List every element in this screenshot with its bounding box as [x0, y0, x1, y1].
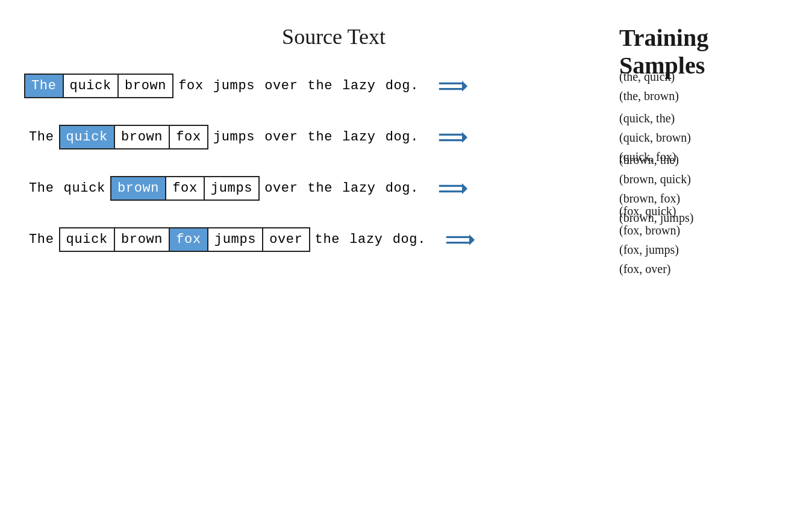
word-plain: lazy	[337, 75, 380, 97]
word-context: fox	[166, 177, 205, 200]
box-group-2: quickbrownfox	[59, 125, 208, 149]
source-title: Source Text	[60, 24, 607, 49]
left-section: Source Text Thequickbrownfoxjumpsoverthe…	[24, 18, 607, 510]
word-plain: the	[303, 75, 338, 97]
source-row-1: Thequickbrownfoxjumpsoverthelazydog.	[24, 74, 607, 98]
word-plain: the	[310, 228, 345, 251]
word-plain: dog.	[381, 177, 423, 200]
word-context: brown	[119, 75, 172, 97]
word-center: quick	[60, 126, 115, 148]
word-plain: quick	[59, 177, 110, 200]
word-plain: over	[260, 75, 302, 97]
sentence-area-3: Thequickbrownfoxjumpsoverthelazydog.	[24, 176, 423, 201]
page-layout: Source Text Thequickbrownfoxjumpsoverthe…	[24, 18, 788, 510]
word-plain: over	[260, 177, 302, 200]
sample-pair: (brown, the)	[619, 150, 788, 169]
word-context: over	[263, 228, 308, 251]
word-center: fox	[170, 228, 208, 251]
svg-marker-5	[462, 131, 467, 142]
arrow-icon	[438, 180, 468, 197]
word-context: fox	[170, 126, 207, 148]
arrow-icon	[445, 231, 475, 248]
sample-pair: (fox, jumps)	[619, 240, 788, 259]
word-center: brown	[111, 177, 166, 200]
source-row-4: Thequickbrownfoxjumpsoverthelazydog.	[24, 227, 607, 252]
sentence-area-2: Thequickbrownfoxjumpsoverthelazydog.	[24, 125, 423, 149]
sample-pair: (brown, quick)	[619, 169, 788, 189]
box-group-4: quickbrownfoxjumpsover	[59, 227, 310, 252]
svg-marker-2	[462, 80, 467, 91]
word-plain: over	[260, 126, 302, 148]
rows-container: Thequickbrownfoxjumpsoverthelazydog. The…	[24, 74, 607, 278]
sentence-area-1: Thequickbrownfoxjumpsoverthelazydog.	[24, 74, 423, 98]
word-plain: jumps	[208, 126, 260, 148]
word-plain: lazy	[345, 228, 387, 251]
word-context: jumps	[205, 177, 258, 200]
word-context: quick	[60, 228, 115, 251]
word-plain: lazy	[337, 177, 380, 200]
samples-container: (the, quick)(the, brown)(quick, the)(qui…	[619, 67, 788, 278]
svg-marker-11	[469, 234, 475, 245]
word-plain: lazy	[337, 126, 380, 148]
word-plain: dog.	[381, 75, 423, 97]
word-plain: the	[303, 177, 338, 200]
sample-pair: (the, quick)	[619, 67, 788, 86]
right-section: TrainingSamples (the, quick)(the, brown)…	[607, 18, 788, 510]
word-plain: The	[24, 228, 59, 251]
samples-1: (the, quick)(the, brown)	[619, 67, 788, 105]
word-context: brown	[115, 126, 170, 148]
box-group-3: brownfoxjumps	[110, 176, 260, 201]
word-plain: jumps	[208, 75, 260, 97]
word-plain: The	[24, 177, 59, 200]
word-plain: the	[303, 126, 338, 148]
samples-4: (fox, quick)(fox, brown)(fox, jumps)(fox…	[619, 201, 788, 278]
word-center: The	[25, 75, 64, 97]
box-group-1: Thequickbrown	[24, 74, 173, 98]
sample-pair: (quick, brown)	[619, 128, 788, 147]
source-row-3: Thequickbrownfoxjumpsoverthelazydog.	[24, 176, 607, 201]
arrow-icon	[438, 129, 468, 146]
word-context: jumps	[208, 228, 263, 251]
word-plain: dog.	[388, 228, 431, 251]
sample-pair: (quick, the)	[619, 108, 788, 128]
sample-pair: (fox, brown)	[619, 221, 788, 240]
sentence-area-4: Thequickbrownfoxjumpsoverthelazydog.	[24, 227, 431, 252]
sample-pair: (fox, quick)	[619, 201, 788, 221]
word-plain: dog.	[381, 126, 423, 148]
svg-marker-8	[462, 183, 467, 193]
word-plain: fox	[173, 75, 208, 97]
word-plain: The	[24, 126, 59, 148]
word-context: quick	[64, 75, 119, 97]
sample-pair: (fox, over)	[619, 259, 788, 278]
word-context: brown	[115, 228, 170, 251]
sample-pair: (the, brown)	[619, 86, 788, 105]
source-row-2: Thequickbrownfoxjumpsoverthelazydog.	[24, 125, 607, 149]
arrow-icon	[438, 78, 468, 95]
